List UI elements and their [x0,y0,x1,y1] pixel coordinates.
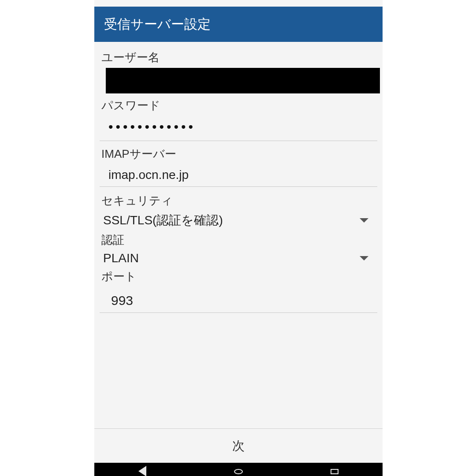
imap-server-input[interactable]: imap.ocn.ne.jp [100,164,377,187]
next-button-label: 次 [232,438,245,454]
security-label: セキュリティ [100,193,377,208]
auth-select[interactable]: PLAIN [100,250,377,267]
username-input[interactable] [106,68,380,93]
security-value: SSL/TLS(認証を確認) [103,212,223,229]
port-label: ポート [100,269,377,284]
device-frame: 受信サーバー設定 ユーザー名 パスワード •••••••••••• IMAPサー… [94,0,383,476]
app-header: 受信サーバー設定 [94,7,383,42]
security-select[interactable]: SSL/TLS(認証を確認) [100,211,377,231]
android-nav-bar [94,463,383,476]
auth-value: PLAIN [103,251,139,265]
username-label: ユーザー名 [100,50,377,65]
password-input[interactable]: •••••••••••• [100,116,377,141]
chevron-down-icon [360,256,368,260]
form-content: ユーザー名 パスワード •••••••••••• IMAPサーバー imap.o… [94,42,383,476]
recent-apps-icon[interactable] [331,469,338,474]
back-icon[interactable] [138,466,146,476]
next-button[interactable]: 次 [94,428,383,463]
home-icon[interactable] [234,469,243,474]
port-input[interactable]: 993 [100,287,377,313]
header-title: 受信サーバー設定 [104,15,211,33]
chevron-down-icon [360,218,368,223]
password-label: パスワード [100,98,377,113]
auth-label: 認証 [100,232,377,248]
imap-server-label: IMAPサーバー [100,146,377,162]
